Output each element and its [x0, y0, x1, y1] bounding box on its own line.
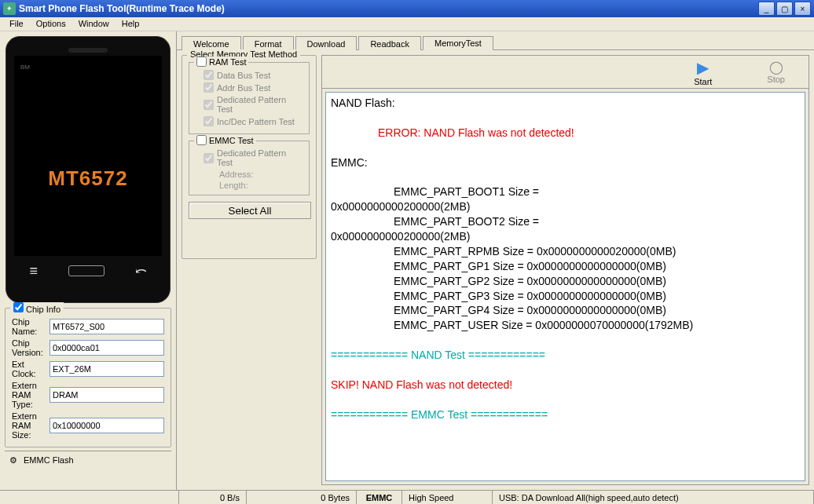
- log-line: EMMC_PART_GP3 Size = 0x0000000000000000(…: [331, 289, 800, 304]
- addr-bus-checkbox[interactable]: [204, 82, 214, 93]
- gear-icon: ⚙: [8, 455, 19, 466]
- tab-format[interactable]: Format: [243, 36, 294, 50]
- phone-preview: BM MT6572 ≡ ⤺: [6, 36, 170, 303]
- tab-readback[interactable]: Readback: [358, 36, 421, 50]
- data-bus-label: Data Bus Test: [217, 71, 270, 80]
- ram-test-checkbox[interactable]: [196, 57, 207, 67]
- play-icon: ▶: [697, 58, 709, 77]
- ram-type-input[interactable]: [50, 387, 164, 403]
- emmc-dedicated-checkbox[interactable]: [204, 153, 214, 163]
- log-line: EMMC_PART_USER Size = 0x0000000070000000…: [331, 318, 800, 333]
- chip-info-legend-label: Chip Info: [26, 305, 60, 314]
- status-empty: [0, 491, 179, 504]
- menu-bar: File Options Window Help: [0, 17, 814, 31]
- app-icon: ✦: [3, 2, 16, 15]
- address-label: Address:: [219, 170, 301, 179]
- home-key-icon: [68, 265, 104, 276]
- log-line: 0x0000000000200000(2MB): [331, 199, 800, 214]
- stop-label: Stop: [767, 75, 785, 84]
- emmc-test-legend: EMMC Test: [194, 135, 256, 145]
- right-panel: Welcome Format Download Readback MemoryT…: [177, 31, 814, 490]
- start-button[interactable]: ▶ Start: [694, 58, 712, 86]
- phone-speaker-icon: [68, 48, 108, 53]
- log-line: EMMC_PART_BOOT1 Size =: [331, 184, 800, 199]
- chip-version-label: Chip Version:: [12, 338, 50, 357]
- log-line: EMMC_PART_GP2 Size = 0x0000000000000000(…: [331, 274, 800, 289]
- emmc-test-label: EMMC Test: [209, 136, 254, 145]
- data-bus-checkbox[interactable]: [204, 70, 214, 80]
- dedicated-label: Dedicated Pattern Test: [217, 95, 301, 114]
- status-speed: High Speed: [402, 491, 493, 504]
- chip-name-input[interactable]: [50, 319, 164, 334]
- log-line: NAND Flash:: [331, 96, 800, 111]
- phone-screen: [14, 56, 162, 256]
- log-line: ============ EMMC Test ============: [331, 407, 800, 422]
- menu-help[interactable]: Help: [116, 17, 146, 31]
- chip-version-input[interactable]: [50, 340, 164, 356]
- select-all-button[interactable]: Select All: [189, 202, 311, 219]
- incdec-checkbox[interactable]: [204, 116, 214, 126]
- method-group: Select Memory Test Method RAM Test Data …: [182, 55, 317, 259]
- menu-window[interactable]: Window: [72, 17, 116, 31]
- emmc-dedicated-label: Dedicated Pattern Test: [217, 148, 301, 167]
- phone-chip-label: MT6572: [6, 166, 170, 191]
- phone-nav-keys: ≡ ⤺: [14, 262, 162, 279]
- addr-bus-label: Addr Bus Test: [217, 83, 270, 93]
- menu-file[interactable]: File: [3, 17, 30, 31]
- phone-brand: BM: [20, 64, 30, 71]
- log-output[interactable]: NAND Flash: ERROR: NAND Flash was not de…: [325, 92, 805, 481]
- chip-info-toggle[interactable]: [13, 302, 24, 312]
- minimize-button[interactable]: _: [758, 2, 775, 16]
- tab-download[interactable]: Download: [295, 36, 358, 50]
- toolbar: ▶ Start ◯ Stop: [322, 56, 808, 89]
- ram-test-label: RAM Test: [209, 57, 246, 67]
- ram-type-label: Extern RAM Type:: [12, 381, 50, 409]
- ram-size-input[interactable]: [50, 418, 164, 433]
- left-panel: BM MT6572 ≡ ⤺ Chip Info Chip Name: Chip …: [0, 31, 177, 490]
- close-button[interactable]: ×: [794, 2, 811, 16]
- ram-test-group: RAM Test Data Bus Test Addr Bus Test Ded…: [189, 62, 310, 134]
- ext-clock-label: Ext Clock:: [12, 360, 50, 378]
- chip-name-label: Chip Name:: [12, 317, 50, 336]
- log-line: EMMC_PART_RPMB Size = 0x0000000000020000…: [331, 244, 800, 259]
- log-line: SKIP! NAND Flash was not detected!: [331, 378, 800, 393]
- log-line: ============ NAND Test ============: [331, 348, 800, 363]
- tab-welcome[interactable]: Welcome: [182, 36, 241, 50]
- emmc-flash-row: ⚙ EMMC Flash: [5, 451, 171, 469]
- status-usb: USB: DA Download All(high speed,auto det…: [493, 491, 814, 504]
- status-bytes: 0 Bytes: [247, 491, 357, 504]
- log-line: EMMC_PART_BOOT2 Size =: [331, 214, 800, 229]
- title-bar: ✦ Smart Phone Flash Tool(Runtime Trace M…: [0, 0, 814, 17]
- ram-size-label: Extern RAM Size:: [12, 411, 50, 440]
- stop-button[interactable]: ◯ Stop: [767, 60, 785, 84]
- log-line: EMMC_PART_GP1 Size = 0x0000000000000000(…: [331, 259, 800, 274]
- emmc-test-group: EMMC Test Dedicated Pattern Test Address…: [189, 141, 310, 195]
- incdec-label: Inc/Dec Pattern Test: [217, 117, 295, 126]
- window-title: Smart Phone Flash Tool(Runtime Trace Mod…: [19, 3, 757, 14]
- menu-key-icon: ≡: [29, 263, 38, 279]
- log-line: ERROR: NAND Flash was not detected!: [331, 126, 800, 141]
- tab-bar: Welcome Format Download Readback MemoryT…: [177, 35, 814, 50]
- status-bps: 0 B/s: [179, 491, 247, 504]
- log-line: EMMC:: [331, 155, 800, 170]
- output-panel: ▶ Start ◯ Stop NAND Flash: ERROR: NAND F…: [321, 55, 809, 485]
- log-line: 0x0000000000200000(2MB): [331, 229, 800, 244]
- back-key-icon: ⤺: [135, 262, 147, 279]
- emmc-test-checkbox[interactable]: [196, 135, 207, 145]
- dedicated-checkbox[interactable]: [204, 100, 214, 110]
- stop-icon: ◯: [769, 60, 783, 75]
- menu-options[interactable]: Options: [30, 17, 72, 31]
- chip-info-group: Chip Info Chip Name: Chip Version: Ext C…: [5, 308, 171, 447]
- status-bar: 0 B/s 0 Bytes EMMC High Speed USB: DA Do…: [0, 490, 814, 504]
- maximize-button[interactable]: ▢: [776, 2, 793, 16]
- status-emmc: EMMC: [357, 491, 402, 504]
- ext-clock-input[interactable]: [50, 361, 164, 377]
- ram-test-legend: RAM Test: [194, 57, 248, 67]
- emmc-flash-label: EMMC Flash: [24, 455, 74, 465]
- tab-memorytest[interactable]: MemoryTest: [423, 36, 493, 50]
- log-line: EMMC_PART_GP4 Size = 0x0000000000000000(…: [331, 303, 800, 318]
- chip-info-legend: Chip Info: [10, 302, 64, 314]
- length-label: Length:: [219, 181, 301, 190]
- start-label: Start: [694, 77, 712, 86]
